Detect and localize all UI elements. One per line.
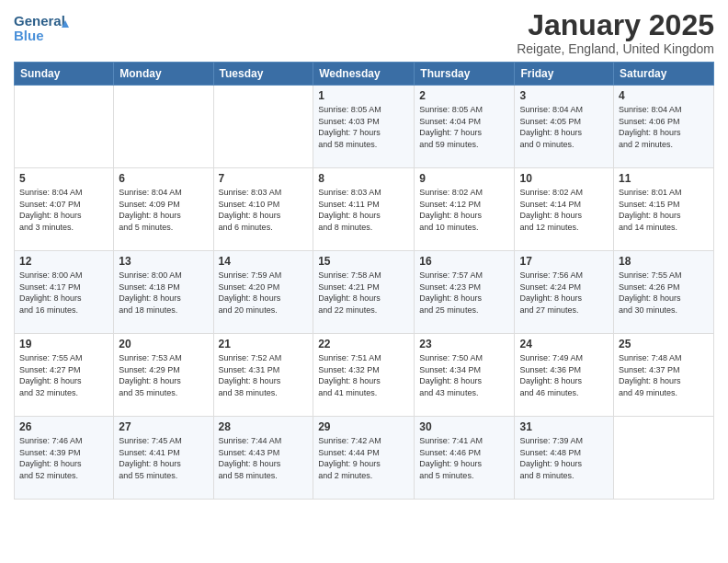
day-number: 13 <box>119 255 208 268</box>
day-info: Sunrise: 7:44 AM Sunset: 4:43 PM Dayligh… <box>219 435 309 481</box>
day-cell: 26Sunrise: 7:46 AM Sunset: 4:39 PM Dayli… <box>15 417 114 500</box>
day-info: Sunrise: 7:45 AM Sunset: 4:41 PM Dayligh… <box>119 435 208 481</box>
day-cell: 15Sunrise: 7:58 AM Sunset: 4:21 PM Dayli… <box>313 251 415 334</box>
day-number: 17 <box>519 255 609 268</box>
day-cell: 24Sunrise: 7:49 AM Sunset: 4:36 PM Dayli… <box>515 334 614 417</box>
day-number: 26 <box>19 420 108 433</box>
day-cell <box>15 86 114 168</box>
day-info: Sunrise: 7:58 AM Sunset: 4:21 PM Dayligh… <box>318 270 409 316</box>
header-monday: Monday <box>114 63 213 86</box>
day-info: Sunrise: 8:00 AM Sunset: 4:18 PM Dayligh… <box>119 270 208 316</box>
weekday-header-row: Sunday Monday Tuesday Wednesday Thursday… <box>15 63 714 86</box>
day-cell: 3Sunrise: 8:04 AM Sunset: 4:05 PM Daylig… <box>515 86 614 168</box>
day-number: 21 <box>219 338 309 350</box>
day-cell <box>614 417 714 500</box>
day-cell: 2Sunrise: 8:05 AM Sunset: 4:04 PM Daylig… <box>415 86 515 168</box>
day-cell: 22Sunrise: 7:51 AM Sunset: 4:32 PM Dayli… <box>313 334 415 417</box>
day-info: Sunrise: 8:03 AM Sunset: 4:10 PM Dayligh… <box>219 187 309 233</box>
header-tuesday: Tuesday <box>213 63 313 86</box>
header-friday: Friday <box>515 63 614 86</box>
svg-text:General: General <box>14 13 65 29</box>
day-cell: 20Sunrise: 7:53 AM Sunset: 4:29 PM Dayli… <box>114 334 213 417</box>
logo-general: General Blue <box>14 9 69 47</box>
day-cell: 7Sunrise: 8:03 AM Sunset: 4:10 PM Daylig… <box>213 168 313 251</box>
day-info: Sunrise: 7:53 AM Sunset: 4:29 PM Dayligh… <box>119 352 208 398</box>
day-number: 6 <box>119 172 208 185</box>
day-info: Sunrise: 7:42 AM Sunset: 4:44 PM Dayligh… <box>318 435 409 481</box>
header-saturday: Saturday <box>614 63 714 86</box>
week-row-3: 12Sunrise: 8:00 AM Sunset: 4:17 PM Dayli… <box>15 251 714 334</box>
day-cell: 14Sunrise: 7:59 AM Sunset: 4:20 PM Dayli… <box>213 251 313 334</box>
page: General Blue January 2025 Reigate, Engla… <box>0 0 728 563</box>
day-number: 1 <box>318 89 409 102</box>
day-number: 25 <box>619 338 709 350</box>
week-row-4: 19Sunrise: 7:55 AM Sunset: 4:27 PM Dayli… <box>15 334 714 417</box>
day-info: Sunrise: 7:41 AM Sunset: 4:46 PM Dayligh… <box>419 435 509 481</box>
day-cell: 28Sunrise: 7:44 AM Sunset: 4:43 PM Dayli… <box>213 417 313 500</box>
day-number: 3 <box>519 89 609 102</box>
day-cell: 30Sunrise: 7:41 AM Sunset: 4:46 PM Dayli… <box>415 417 515 500</box>
day-cell: 10Sunrise: 8:02 AM Sunset: 4:14 PM Dayli… <box>515 168 614 251</box>
day-cell: 25Sunrise: 7:48 AM Sunset: 4:37 PM Dayli… <box>614 334 714 417</box>
day-cell: 8Sunrise: 8:03 AM Sunset: 4:11 PM Daylig… <box>313 168 415 251</box>
week-row-2: 5Sunrise: 8:04 AM Sunset: 4:07 PM Daylig… <box>15 168 714 251</box>
day-info: Sunrise: 8:05 AM Sunset: 4:04 PM Dayligh… <box>419 104 509 150</box>
day-info: Sunrise: 7:50 AM Sunset: 4:34 PM Dayligh… <box>419 352 509 398</box>
week-row-5: 26Sunrise: 7:46 AM Sunset: 4:39 PM Dayli… <box>15 417 714 500</box>
day-cell: 16Sunrise: 7:57 AM Sunset: 4:23 PM Dayli… <box>415 251 515 334</box>
month-title: January 2025 <box>517 9 714 41</box>
header-thursday: Thursday <box>415 63 515 86</box>
day-info: Sunrise: 7:49 AM Sunset: 4:36 PM Dayligh… <box>519 352 609 398</box>
day-cell: 29Sunrise: 7:42 AM Sunset: 4:44 PM Dayli… <box>313 417 415 500</box>
day-info: Sunrise: 7:51 AM Sunset: 4:32 PM Dayligh… <box>318 352 409 398</box>
day-cell: 1Sunrise: 8:05 AM Sunset: 4:03 PM Daylig… <box>313 86 415 168</box>
day-cell: 23Sunrise: 7:50 AM Sunset: 4:34 PM Dayli… <box>415 334 515 417</box>
day-info: Sunrise: 7:56 AM Sunset: 4:24 PM Dayligh… <box>519 270 609 316</box>
day-info: Sunrise: 8:01 AM Sunset: 4:15 PM Dayligh… <box>619 187 709 233</box>
day-number: 19 <box>19 338 108 350</box>
day-cell: 27Sunrise: 7:45 AM Sunset: 4:41 PM Dayli… <box>114 417 213 500</box>
day-number: 23 <box>419 338 509 350</box>
day-cell: 4Sunrise: 8:04 AM Sunset: 4:06 PM Daylig… <box>614 86 714 168</box>
day-cell <box>213 86 313 168</box>
day-number: 8 <box>318 172 409 185</box>
day-number: 28 <box>219 420 309 433</box>
day-cell: 18Sunrise: 7:55 AM Sunset: 4:26 PM Dayli… <box>614 251 714 334</box>
day-number: 4 <box>619 89 709 102</box>
day-info: Sunrise: 8:00 AM Sunset: 4:17 PM Dayligh… <box>19 270 108 316</box>
day-number: 11 <box>619 172 709 185</box>
day-cell: 19Sunrise: 7:55 AM Sunset: 4:27 PM Dayli… <box>15 334 114 417</box>
day-number: 15 <box>318 255 409 268</box>
day-number: 31 <box>519 420 609 433</box>
day-info: Sunrise: 7:57 AM Sunset: 4:23 PM Dayligh… <box>419 270 509 316</box>
day-number: 30 <box>419 420 509 433</box>
calendar: Sunday Monday Tuesday Wednesday Thursday… <box>14 62 714 500</box>
day-number: 5 <box>19 172 108 185</box>
day-cell: 6Sunrise: 8:04 AM Sunset: 4:09 PM Daylig… <box>114 168 213 251</box>
day-cell: 11Sunrise: 8:01 AM Sunset: 4:15 PM Dayli… <box>614 168 714 251</box>
logo: General Blue <box>14 9 69 47</box>
day-cell: 17Sunrise: 7:56 AM Sunset: 4:24 PM Dayli… <box>515 251 614 334</box>
day-number: 14 <box>219 255 309 268</box>
svg-text:Blue: Blue <box>14 28 44 43</box>
day-number: 24 <box>519 338 609 350</box>
day-info: Sunrise: 8:04 AM Sunset: 4:05 PM Dayligh… <box>519 104 609 150</box>
day-number: 18 <box>619 255 709 268</box>
day-info: Sunrise: 7:59 AM Sunset: 4:20 PM Dayligh… <box>219 270 309 316</box>
day-cell: 31Sunrise: 7:39 AM Sunset: 4:48 PM Dayli… <box>515 417 614 500</box>
day-info: Sunrise: 8:04 AM Sunset: 4:07 PM Dayligh… <box>19 187 108 233</box>
day-info: Sunrise: 8:05 AM Sunset: 4:03 PM Dayligh… <box>318 104 409 150</box>
title-block: January 2025 Reigate, England, United Ki… <box>517 9 714 56</box>
day-info: Sunrise: 7:39 AM Sunset: 4:48 PM Dayligh… <box>519 435 609 481</box>
day-cell <box>114 86 213 168</box>
day-number: 22 <box>318 338 409 350</box>
day-number: 29 <box>318 420 409 433</box>
day-info: Sunrise: 7:55 AM Sunset: 4:26 PM Dayligh… <box>619 270 709 316</box>
day-number: 9 <box>419 172 509 185</box>
day-info: Sunrise: 8:04 AM Sunset: 4:06 PM Dayligh… <box>619 104 709 150</box>
day-number: 10 <box>519 172 609 185</box>
day-info: Sunrise: 7:46 AM Sunset: 4:39 PM Dayligh… <box>19 435 108 481</box>
day-cell: 5Sunrise: 8:04 AM Sunset: 4:07 PM Daylig… <box>15 168 114 251</box>
day-cell: 21Sunrise: 7:52 AM Sunset: 4:31 PM Dayli… <box>213 334 313 417</box>
header: General Blue January 2025 Reigate, Engla… <box>14 9 714 56</box>
